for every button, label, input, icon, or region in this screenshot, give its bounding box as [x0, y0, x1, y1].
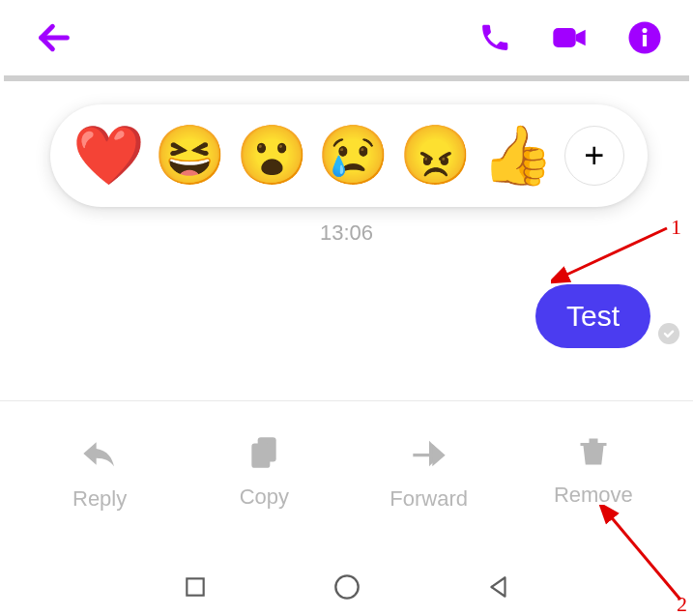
svg-rect-7: [187, 578, 203, 595]
forward-icon: [410, 434, 448, 473]
svg-rect-6: [252, 444, 271, 468]
context-actions: Reply Copy Forward Remove: [0, 401, 693, 512]
reply-icon: [80, 434, 119, 473]
divider: [4, 75, 689, 81]
svg-point-8: [335, 575, 358, 598]
svg-rect-1: [553, 28, 575, 47]
nav-recent-icon[interactable]: [183, 574, 208, 603]
reply-button[interactable]: Reply: [17, 434, 182, 512]
system-nav: [0, 573, 693, 604]
forward-label: Forward: [390, 486, 468, 512]
top-bar: [0, 0, 693, 75]
svg-point-4: [642, 28, 647, 33]
reply-label: Reply: [72, 486, 127, 512]
delivered-icon: [658, 323, 679, 344]
forward-button[interactable]: Forward: [347, 434, 511, 512]
remove-button[interactable]: Remove: [511, 434, 676, 512]
reaction-bar: ❤️ 😆 😮 😢 😠 👍 +: [50, 104, 648, 207]
reaction-add-button[interactable]: +: [564, 126, 624, 186]
copy-icon: [245, 434, 282, 471]
reaction-angry[interactable]: 😠: [401, 121, 471, 191]
copy-label: Copy: [240, 484, 289, 510]
remove-label: Remove: [554, 483, 633, 508]
header-actions: [478, 18, 662, 57]
phone-icon[interactable]: [478, 21, 511, 54]
reaction-wow[interactable]: 😮: [237, 121, 306, 191]
reaction-laugh[interactable]: 😆: [156, 121, 225, 191]
svg-marker-9: [491, 577, 505, 597]
copy-button[interactable]: Copy: [182, 434, 346, 512]
video-icon[interactable]: [550, 18, 589, 57]
info-icon[interactable]: [627, 20, 662, 55]
trash-icon: [576, 434, 611, 469]
reaction-like[interactable]: 👍: [482, 121, 552, 191]
back-button[interactable]: [35, 18, 73, 57]
timestamp: 13:06: [0, 220, 693, 246]
svg-rect-3: [643, 35, 647, 46]
nav-home-icon[interactable]: [333, 573, 361, 604]
message-bubble[interactable]: Test: [535, 284, 650, 348]
nav-back-icon[interactable]: [486, 574, 511, 603]
reaction-heart[interactable]: ❤️: [73, 121, 143, 191]
message-row: Test: [0, 246, 693, 348]
reaction-sad[interactable]: 😢: [319, 121, 389, 191]
